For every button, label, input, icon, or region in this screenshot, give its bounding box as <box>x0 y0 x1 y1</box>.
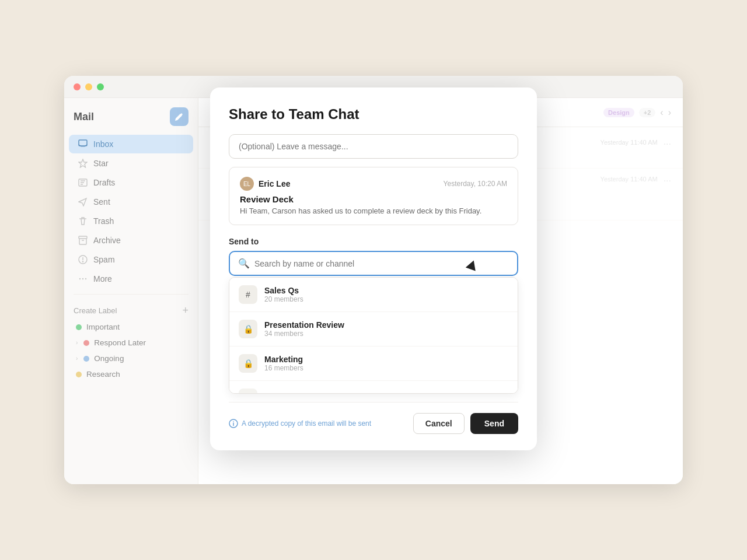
lock-icon: 🔒 <box>239 354 257 373</box>
hash-icon: # <box>239 285 257 304</box>
preview-time: Yesterday, 10:20 AM <box>444 180 507 188</box>
channel-item-dog-lovers[interactable]: 🔒 Dog Lovers <box>229 381 518 394</box>
app-body: Mail Inbox Star Drafts Sent <box>64 98 683 484</box>
channel-item-marketing[interactable]: 🔒 Marketing 16 members <box>229 346 518 381</box>
lock-icon: 🔒 <box>239 320 257 338</box>
preview-avatar: EL <box>240 177 254 191</box>
modal-footer: A decrypted copy of this email will be s… <box>229 402 518 434</box>
app-window: Mail Inbox Star Drafts Sent <box>64 76 683 484</box>
channel-dropdown: # Sales Qs 20 members 🔒 Presentation Rev… <box>229 277 518 394</box>
channel-name: Marketing <box>264 355 303 364</box>
lock-icon: 🔒 <box>239 388 257 394</box>
channel-name: Dog Lovers <box>264 393 309 394</box>
preview-subject: Review Deck <box>240 194 507 204</box>
send-button[interactable]: Send <box>470 413 518 434</box>
preview-sender-name: Eric Lee <box>259 179 290 188</box>
search-box: 🔍 <box>229 251 518 276</box>
share-modal: Share to Team Chat EL Eric Lee <box>210 98 537 450</box>
search-icon: 🔍 <box>238 258 250 269</box>
channel-search-input[interactable] <box>254 259 509 268</box>
footer-actions: Cancel Send <box>413 413 518 434</box>
channel-members: 16 members <box>264 364 303 372</box>
footer-note: A decrypted copy of this email will be s… <box>229 419 371 428</box>
send-to-label: Send to <box>229 237 518 246</box>
cancel-button[interactable]: Cancel <box>413 413 465 434</box>
search-wrapper: 🔍 # Sales Qs 20 members <box>229 251 518 394</box>
svg-point-12 <box>233 421 234 422</box>
channel-members: 34 members <box>264 330 344 338</box>
message-input[interactable] <box>229 134 518 159</box>
preview-body: Hi Team, Carson has asked us to complete… <box>240 206 507 215</box>
channel-name: Presentation Review <box>264 320 344 330</box>
channel-name: Sales Qs <box>264 286 303 295</box>
main-content: Design +2 ‹ › Darrel Marquez <box>198 98 683 484</box>
email-preview-card: EL Eric Lee Yesterday, 10:20 AM Review D… <box>229 167 518 225</box>
channel-item-presentation-review[interactable]: 🔒 Presentation Review 34 members <box>229 312 518 346</box>
modal-overlay: Share to Team Chat EL Eric Lee <box>198 98 683 484</box>
info-icon <box>229 419 238 428</box>
modal-title: Share to Team Chat <box>229 106 518 123</box>
channel-members: 20 members <box>264 295 303 303</box>
channel-item-sales-qs[interactable]: # Sales Qs 20 members <box>229 278 518 312</box>
